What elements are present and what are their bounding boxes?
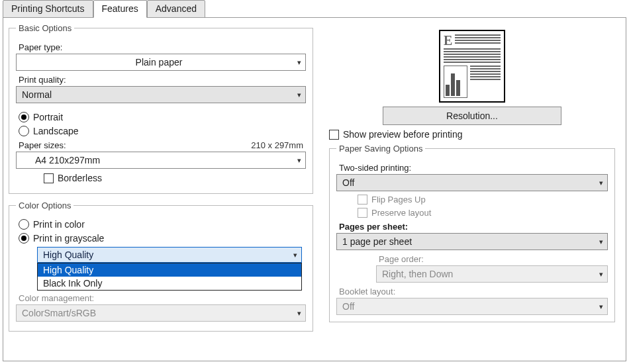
paper-type-select[interactable]: Plain paper ▾ [16, 54, 306, 71]
chevron-down-icon: ▾ [297, 91, 301, 99]
page-order-label: Page order: [379, 254, 608, 264]
color-management-label: Color management: [19, 293, 306, 303]
tab-bar: Printing Shortcuts Features Advanced [0, 0, 629, 17]
radio-icon [19, 219, 29, 230]
basic-options-legend: Basic Options [16, 23, 74, 33]
show-preview-label: Show preview before printing [343, 129, 463, 140]
orientation-landscape-label: Landscape [33, 126, 79, 136]
booklet-layout-value: Off [342, 301, 354, 312]
orientation-portrait-radio[interactable]: Portrait [19, 112, 306, 122]
chevron-down-icon: ▾ [297, 309, 301, 318]
show-preview-checkbox[interactable]: Show preview before printing [329, 129, 615, 140]
preserve-layout-label: Preserve layout [371, 208, 431, 218]
color-management-value: ColorSmart/sRGB [22, 308, 96, 318]
paper-dimensions: 210 x 297mm [251, 140, 303, 150]
tab-features[interactable]: Features [93, 0, 147, 18]
resolution-button[interactable]: Resolution... [383, 107, 561, 125]
paper-sizes-label: Paper sizes: [19, 140, 66, 150]
radio-icon [19, 126, 29, 136]
page-preview-icon: E [439, 30, 505, 103]
print-in-color-radio[interactable]: Print in color [19, 219, 306, 230]
print-quality-select[interactable]: Normal ▾ [16, 86, 306, 103]
orientation-portrait-label: Portrait [33, 112, 63, 122]
features-panel: Basic Options Paper type: Plain paper ▾ … [3, 17, 626, 361]
grayscale-option-high-quality[interactable]: High Quality [38, 263, 301, 277]
print-in-grayscale-radio[interactable]: Print in grayscale [19, 233, 306, 244]
checkbox-icon [44, 173, 54, 183]
print-quality-label: Print quality: [19, 75, 306, 85]
checkbox-icon [329, 130, 339, 140]
paper-saving-group: Paper Saving Options Two-sided printing:… [329, 144, 615, 322]
page-order-select: Right, then Down ▾ [376, 265, 608, 283]
print-in-color-label: Print in color [33, 219, 85, 230]
preserve-layout-checkbox[interactable]: Preserve layout [358, 208, 608, 218]
grayscale-quality-dropdown: High Quality Black Ink Only [37, 263, 302, 291]
chevron-down-icon: ▾ [599, 179, 603, 187]
pages-per-sheet-label: Pages per sheet: [339, 222, 608, 232]
grayscale-option-black-ink-only[interactable]: Black Ink Only [38, 277, 301, 290]
chevron-down-icon: ▾ [297, 58, 301, 67]
print-quality-value: Normal [22, 89, 52, 100]
chevron-down-icon: ▾ [297, 156, 301, 165]
two-sided-label: Two-sided printing: [339, 163, 608, 173]
paper-type-label: Paper type: [19, 42, 306, 52]
chevron-down-icon: ▾ [599, 270, 603, 279]
flip-pages-up-checkbox[interactable]: Flip Pages Up [358, 195, 608, 205]
tab-printing-shortcuts[interactable]: Printing Shortcuts [3, 0, 93, 18]
booklet-layout-select: Off ▾ [336, 298, 608, 315]
paper-size-select[interactable]: A4 210x297mm ▾ [16, 152, 306, 169]
two-sided-select[interactable]: Off ▾ [336, 174, 608, 191]
chevron-down-icon: ▾ [293, 251, 297, 259]
print-in-grayscale-label: Print in grayscale [33, 233, 104, 244]
grayscale-quality-value: High Quality [43, 250, 93, 260]
pages-per-sheet-value: 1 page per sheet [342, 236, 412, 247]
grayscale-quality-select[interactable]: High Quality ▾ High Quality Black Ink On… [37, 247, 302, 263]
paper-size-value: A4 210x297mm [35, 155, 100, 165]
chevron-down-icon: ▾ [599, 238, 603, 246]
basic-options-group: Basic Options Paper type: Plain paper ▾ … [9, 23, 313, 194]
booklet-layout-label: Booklet layout: [339, 287, 608, 296]
radio-icon [19, 233, 29, 244]
borderless-checkbox[interactable]: Borderless [44, 173, 306, 183]
checkbox-icon [358, 208, 367, 218]
paper-type-value: Plain paper [136, 57, 183, 68]
color-options-group: Color Options Print in color Print in gr… [9, 201, 313, 332]
radio-icon [19, 112, 29, 122]
paper-saving-legend: Paper Saving Options [336, 144, 425, 154]
flip-pages-up-label: Flip Pages Up [371, 195, 426, 205]
color-management-select: ColorSmart/sRGB ▾ [16, 304, 306, 322]
two-sided-value: Off [342, 177, 354, 188]
page-order-value: Right, then Down [382, 269, 453, 279]
chevron-down-icon: ▾ [599, 302, 603, 311]
checkbox-icon [358, 195, 367, 205]
pages-per-sheet-select[interactable]: 1 page per sheet ▾ [336, 233, 608, 250]
borderless-label: Borderless [58, 173, 102, 183]
tab-advanced[interactable]: Advanced [147, 0, 205, 18]
color-options-legend: Color Options [16, 201, 73, 210]
orientation-landscape-radio[interactable]: Landscape [19, 126, 306, 136]
